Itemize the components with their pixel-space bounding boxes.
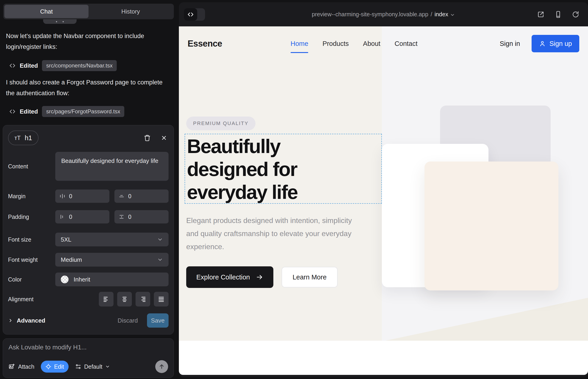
composer-input[interactable] — [8, 344, 168, 351]
color-label: Color — [8, 276, 55, 283]
content-row: Content Beautifully designed for everyda… — [8, 152, 169, 181]
send-button[interactable] — [155, 360, 168, 373]
url-page: index — [434, 11, 448, 18]
margin-label: Margin — [8, 193, 55, 200]
url-separator: / — [431, 11, 432, 18]
font-size-label: Font size — [8, 236, 55, 243]
chevron-down-icon — [450, 12, 455, 17]
file-chip[interactable]: src/pages/ForgotPassword.tsx — [42, 106, 124, 117]
content-input[interactable]: Beautifully designed for everyday life — [55, 152, 169, 181]
font-weight-row: Font weight Medium — [8, 253, 169, 267]
selected-element-pill: тT h1 — [8, 130, 39, 145]
color-select[interactable]: Inherit — [55, 272, 169, 286]
font-weight-label: Font weight — [8, 256, 55, 263]
dot — [56, 21, 57, 22]
padding-x-input[interactable]: 0 — [55, 210, 109, 223]
margin-vertical-icon — [119, 193, 124, 199]
nav-links: Home Products About Contact — [291, 26, 418, 61]
preview-browser-window: preview--charming-site-symphony.lovable.… — [179, 2, 588, 377]
nav-link-contact[interactable]: Contact — [395, 40, 418, 47]
file-chip[interactable]: src/components/Navbar.tsx — [42, 60, 117, 71]
padding-y-input[interactable]: 0 — [114, 210, 169, 223]
close-icon[interactable] — [161, 135, 167, 141]
url-domain: preview--charming-site-symphony.lovable.… — [312, 11, 428, 18]
content-label: Content — [8, 163, 55, 170]
browser-toolbar: preview--charming-site-symphony.lovable.… — [179, 2, 588, 26]
premium-quality-badge: PREMIUM QUALITY — [186, 117, 255, 130]
discard-button[interactable]: Discard — [118, 317, 138, 324]
user-icon — [539, 40, 546, 47]
scrolled-chip-remainder — [43, 19, 77, 24]
edited-label: Edited — [20, 62, 38, 69]
align-left-button[interactable] — [99, 292, 113, 306]
element-editor-panel: тT h1 Content Beautifully designed for e… — [3, 125, 174, 334]
open-external-icon[interactable] — [537, 11, 544, 18]
padding-row: Padding 0 0 — [8, 210, 169, 223]
alignment-label: Alignment — [8, 296, 55, 303]
sign-in-link[interactable]: Sign in — [500, 40, 520, 47]
code-icon — [9, 108, 15, 115]
color-row: Color Inherit — [8, 272, 169, 286]
chat-history-tabs: Chat History — [3, 4, 174, 19]
editor-footer: Advanced Discard Save — [8, 313, 169, 328]
attach-button[interactable]: Attach — [8, 363, 34, 370]
chat-message: I should also create a Forgot Password p… — [6, 77, 168, 99]
margin-horizontal-icon — [59, 193, 65, 199]
selected-tag: h1 — [25, 134, 32, 142]
edit-mode-button[interactable]: Edit — [41, 361, 69, 373]
dot — [62, 21, 64, 22]
nav-link-home[interactable]: Home — [291, 40, 308, 47]
site-preview: Essence Home Products About Contact Sign… — [179, 26, 588, 375]
sign-up-button[interactable]: Sign up — [532, 35, 579, 52]
font-size-select[interactable]: 5XL — [55, 233, 169, 246]
nav-link-about[interactable]: About — [363, 40, 380, 47]
edited-label: Edited — [20, 108, 38, 115]
mobile-view-icon[interactable] — [555, 11, 562, 18]
chevron-down-icon — [157, 257, 163, 263]
explore-collection-button[interactable]: Explore Collection — [186, 266, 273, 288]
nav-link-products[interactable]: Products — [323, 40, 349, 47]
align-right-button[interactable] — [136, 292, 150, 306]
edited-file-row: Edited src/pages/ForgotPassword.tsx — [9, 106, 124, 117]
tab-chat[interactable]: Chat — [4, 5, 89, 18]
color-swatch — [61, 276, 69, 283]
margin-x-input[interactable]: 0 — [55, 190, 109, 203]
chat-message: Now let's update the Navbar component to… — [6, 31, 168, 52]
tab-history[interactable]: History — [89, 5, 173, 18]
trash-icon[interactable] — [144, 134, 151, 141]
save-button[interactable]: Save — [147, 313, 169, 328]
margin-y-input[interactable]: 0 — [114, 190, 169, 203]
sliders-icon — [75, 363, 81, 370]
code-icon — [9, 63, 15, 69]
site-logo: Essence — [187, 39, 222, 49]
url-bar[interactable]: preview--charming-site-symphony.lovable.… — [179, 2, 588, 26]
padding-horizontal-icon — [59, 214, 65, 220]
refresh-icon[interactable] — [572, 11, 579, 18]
learn-more-button[interactable]: Learn More — [282, 267, 338, 287]
edited-file-row: Edited src/components/Navbar.tsx — [9, 60, 117, 72]
target-icon — [46, 364, 51, 370]
editor-header: тT h1 — [8, 130, 169, 145]
padding-label: Padding — [8, 214, 55, 220]
hero-heading[interactable]: Beautifully designed for everyday life — [187, 135, 334, 204]
element-selection-outline: Beautifully designed for everyday life — [185, 134, 382, 204]
chevron-down-icon — [105, 364, 110, 369]
chat-panel: Chat History Now let's update the Navbar… — [0, 0, 179, 379]
decor-card-cream — [424, 161, 558, 290]
default-mode-button[interactable]: Default — [75, 363, 110, 370]
alignment-row: Alignment — [8, 292, 169, 306]
image-plus-icon — [8, 363, 15, 370]
font-weight-select[interactable]: Medium — [55, 253, 169, 267]
font-size-row: Font size 5XL — [8, 233, 169, 246]
hero-cta-group: Explore Collection Learn More — [186, 266, 338, 288]
margin-row: Margin 0 0 — [8, 190, 169, 203]
align-justify-button[interactable] — [154, 292, 169, 306]
chevron-down-icon — [157, 237, 163, 242]
hero-section: Essence Home Products About Contact Sign… — [179, 26, 588, 341]
site-navbar: Essence Home Products About Contact Sign… — [179, 26, 588, 61]
padding-vertical-icon — [119, 214, 124, 220]
advanced-toggle[interactable]: Advanced — [8, 317, 45, 324]
align-center-button[interactable] — [117, 292, 132, 306]
hero-description: Elegant products designed with intention… — [186, 214, 365, 253]
chevron-right-icon — [8, 318, 13, 323]
